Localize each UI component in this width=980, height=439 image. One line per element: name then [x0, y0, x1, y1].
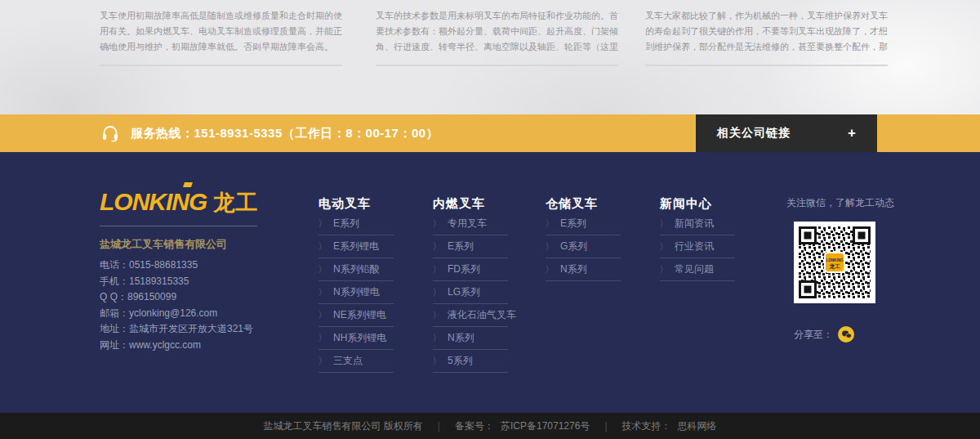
contact-address: 地址：盐城市开发区开放大道321号: [100, 321, 296, 338]
contact-list: 电话：0515-88681335 手机：15189315335 Q Q：8961…: [100, 258, 296, 353]
lonking-logo[interactable]: LONKING龙工: [100, 188, 296, 217]
nav-link[interactable]: 〉LG系列: [433, 281, 508, 304]
chevron-right-icon: 〉: [318, 355, 326, 368]
chevron-right-icon: 〉: [318, 332, 326, 345]
footer: LONKING龙工 盐城龙工叉车销售有限公司 电话：0515-88681335 …: [0, 152, 980, 413]
logo-chinese-text: 龙工: [213, 190, 257, 215]
nav-link[interactable]: 〉常见问题: [660, 258, 735, 281]
svg-text:LONKING: LONKING: [826, 258, 844, 262]
chevron-right-icon: 〉: [546, 263, 553, 276]
logo-flag-accent: [183, 182, 193, 187]
article-teaser: 叉车的技术参数是用来标明叉车的布局特征和作业功能的。首要技术参数有：额外起分量、…: [376, 8, 618, 66]
contact-email: 邮箱：yclonking@126.com: [100, 306, 296, 322]
chevron-right-icon: 〉: [433, 332, 440, 345]
contact-mobile: 手机：15189315335: [100, 274, 296, 290]
share-row: 分享至：: [794, 326, 893, 343]
chevron-right-icon: 〉: [433, 263, 440, 276]
nav-link[interactable]: 〉E系列: [318, 213, 394, 235]
top-articles-strip: 叉车使用初期故障率高低是随制造或维修质量和走合时期的使用有关。如果内燃叉车、电动…: [0, 0, 980, 114]
nav-column-title: 电动叉车: [318, 196, 394, 212]
wechat-caption: 关注微信，了解龙工动态: [786, 196, 893, 210]
nav-column-title: 仓储叉车: [546, 196, 621, 212]
article-teaser: 叉车大家都比较了解，作为机械的一种，叉车维护保养对叉车的寿命起到了很关键的作用，…: [645, 8, 888, 66]
nav-link[interactable]: 〉N系列: [433, 327, 508, 350]
chevron-right-icon: 〉: [318, 240, 326, 253]
chevron-right-icon: 〉: [546, 217, 553, 231]
hotline-text: 服务热线：151-8931-5335（工作日：8：00-17：00）: [131, 126, 439, 141]
copyright-text: 盐城龙工叉车销售有限公司 版权所有: [264, 419, 423, 433]
nav-link[interactable]: 〉N系列: [546, 258, 621, 281]
company-name: 盐城龙工叉车销售有限公司: [100, 237, 296, 252]
plus-icon: +: [848, 125, 856, 141]
logo-latin-text: LONKING: [100, 188, 207, 215]
chevron-right-icon: 〉: [660, 217, 667, 231]
share-label: 分享至：: [794, 328, 833, 342]
chevron-right-icon: 〉: [433, 217, 440, 231]
chevron-right-icon: 〉: [660, 263, 667, 276]
nav-link[interactable]: 〉NE系列锂电: [318, 304, 394, 327]
separator: |: [604, 420, 607, 432]
nav-column-title: 新闻中心: [660, 196, 735, 212]
footer-nav-electric: 电动叉车 〉E系列 〉E系列锂电 〉N系列铅酸 〉N系列锂电 〉NE系列锂电 〉…: [318, 196, 394, 373]
chevron-right-icon: 〉: [660, 240, 667, 253]
footer-nav-news: 新闻中心 〉新闻资讯 〉行业资讯 〉常见问题: [660, 196, 735, 281]
nav-link[interactable]: 〉行业资讯: [660, 235, 735, 258]
wechat-block: 关注微信，了解龙工动态: [786, 196, 893, 343]
article-divider: [100, 65, 342, 66]
related-links-label: 相关公司链接: [717, 126, 791, 141]
article-text: 叉车的技术参数是用来标明叉车的布局特征和作业功能的。首要技术参数有：额外起分量、…: [376, 8, 618, 55]
article-teaser: 叉车使用初期故障率高低是随制造或维修质量和走合时期的使用有关。如果内燃叉车、电动…: [100, 8, 342, 66]
brand-divider: [100, 226, 257, 226]
chevron-right-icon: 〉: [318, 309, 326, 322]
nav-link[interactable]: 〉E系列: [546, 213, 621, 235]
nav-link[interactable]: 〉新闻资讯: [660, 213, 735, 235]
nav-link[interactable]: 〉FD系列: [433, 258, 508, 281]
tech-support-name[interactable]: 思科网络: [678, 419, 717, 433]
related-links-button[interactable]: 相关公司链接 +: [696, 114, 877, 152]
chevron-right-icon: 〉: [433, 286, 440, 299]
chevron-right-icon: 〉: [318, 217, 326, 231]
nav-link[interactable]: 〉G系列: [546, 235, 621, 258]
nav-link[interactable]: 〉专用叉车: [433, 213, 508, 235]
chevron-right-icon: 〉: [433, 309, 440, 322]
footer-nav-combustion: 内燃叉车 〉专用叉车 〉E系列 〉FD系列 〉LG系列 〉液化石油气叉车 〉N系…: [433, 196, 508, 373]
contact-phone: 电话：0515-88681335: [100, 258, 296, 274]
nav-link[interactable]: 〉N系列锂电: [318, 281, 394, 304]
nav-link[interactable]: 〉三支点: [318, 350, 394, 373]
article-divider: [376, 65, 618, 66]
brand-block: LONKING龙工 盐城龙工叉车销售有限公司 电话：0515-88681335 …: [100, 188, 296, 353]
article-text: 叉车使用初期故障率高低是随制造或维修质量和走合时期的使用有关。如果内燃叉车、电动…: [100, 8, 342, 55]
chevron-right-icon: 〉: [318, 263, 326, 276]
wechat-qr-code: LONKING 龙工: [794, 222, 875, 303]
nav-link[interactable]: 〉液化石油气叉车: [433, 304, 508, 327]
contact-qq: Q Q：896150099: [100, 289, 296, 306]
nav-link[interactable]: 〉N系列铅酸: [318, 258, 394, 281]
tech-support-label: 技术支持：: [622, 419, 671, 433]
copyright-bar: 盐城龙工叉车销售有限公司 版权所有 | 备案号： 苏ICP备17071276号 …: [0, 413, 980, 439]
nav-link[interactable]: 〉5系列: [433, 350, 508, 373]
separator: |: [438, 420, 440, 432]
wechat-share-icon[interactable]: [838, 326, 854, 343]
article-divider: [645, 65, 888, 66]
nav-link[interactable]: 〉E系列锂电: [318, 235, 394, 258]
svg-text:龙工: 龙工: [829, 263, 841, 270]
footer-nav-warehouse: 仓储叉车 〉E系列 〉G系列 〉N系列: [546, 196, 621, 281]
chevron-right-icon: 〉: [318, 286, 326, 299]
chevron-right-icon: 〉: [433, 355, 440, 368]
contact-website: 网址：www.yclgcc.com: [100, 338, 296, 354]
beian-label: 备案号：: [455, 419, 494, 433]
nav-link[interactable]: 〉NH系列锂电: [318, 327, 394, 350]
chevron-right-icon: 〉: [433, 240, 440, 253]
nav-column-title: 内燃叉车: [433, 196, 508, 212]
beian-number-link[interactable]: 苏ICP备17071276号: [501, 419, 590, 433]
article-text: 叉车大家都比较了解，作为机械的一种，叉车维护保养对叉车的寿命起到了很关键的作用，…: [645, 8, 888, 55]
nav-link[interactable]: 〉E系列: [433, 235, 508, 258]
headset-icon: [100, 123, 121, 143]
chevron-right-icon: 〉: [546, 240, 553, 253]
